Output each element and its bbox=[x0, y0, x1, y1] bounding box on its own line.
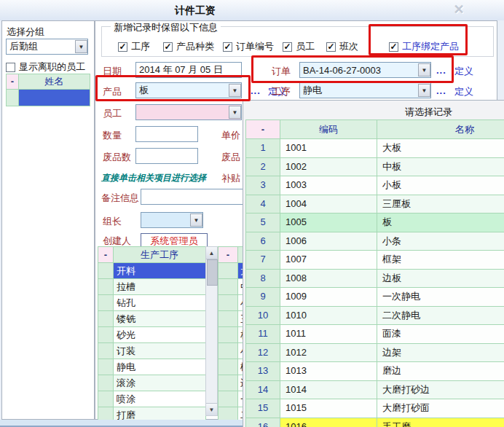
code-cell[interactable]: 1015 bbox=[280, 399, 377, 418]
process-cell[interactable]: 钻孔 bbox=[114, 295, 205, 310]
code-cell[interactable]: 1009 bbox=[280, 288, 377, 306]
picker-row[interactable]: 151015大磨打砂面 bbox=[246, 399, 504, 418]
row-header[interactable] bbox=[7, 90, 19, 106]
name-cell[interactable]: 面漆 bbox=[377, 325, 504, 343]
close-icon[interactable]: ✕ bbox=[450, 1, 468, 17]
name-cell[interactable]: 二次静电 bbox=[377, 307, 504, 325]
process-combo[interactable]: 静电 ▼ bbox=[299, 82, 431, 98]
row-header[interactable] bbox=[98, 391, 114, 407]
row-header[interactable] bbox=[98, 343, 114, 359]
picker-row[interactable]: 101010二次静电 bbox=[246, 307, 504, 326]
table-row[interactable] bbox=[7, 89, 90, 106]
process-row[interactable]: 喷涂 bbox=[98, 391, 205, 407]
chevron-down-icon[interactable]: ▼ bbox=[75, 40, 87, 53]
scroll-up-icon[interactable]: ▲ bbox=[206, 247, 217, 259]
process-row[interactable]: 拉槽 bbox=[98, 279, 205, 295]
scrollbar-thumb[interactable] bbox=[207, 259, 218, 286]
code-cell[interactable]: 1011 bbox=[280, 325, 377, 343]
row-header[interactable] bbox=[218, 359, 238, 375]
code-cell[interactable]: 1005 bbox=[280, 214, 377, 232]
code-cell[interactable]: 1010 bbox=[280, 307, 377, 325]
row-header[interactable] bbox=[98, 263, 114, 278]
code-cell[interactable]: 1006 bbox=[280, 232, 377, 251]
row-header[interactable] bbox=[98, 327, 114, 342]
product-ellipsis-button[interactable]: ... bbox=[251, 85, 261, 96]
name-cell[interactable]: 一次静电 bbox=[377, 288, 504, 306]
name-cell[interactable]: 手工磨 bbox=[377, 418, 504, 427]
row-header[interactable] bbox=[98, 295, 114, 310]
process-row[interactable]: 砂光 bbox=[98, 327, 205, 343]
retain-checkbox-0[interactable]: ✓工序 bbox=[118, 40, 150, 53]
name-cell[interactable]: 框架 bbox=[377, 251, 504, 269]
order-define-link[interactable]: 定义 bbox=[454, 65, 473, 78]
name-column-header[interactable]: 名称 bbox=[377, 120, 504, 138]
process-row[interactable]: 滚涂 bbox=[98, 375, 205, 391]
process-row[interactable]: 开料 bbox=[98, 263, 205, 279]
name-cell[interactable]: 磨边 bbox=[377, 362, 504, 380]
picker-row[interactable]: 111011面漆 bbox=[246, 325, 504, 344]
picker-row[interactable]: 11001大板 bbox=[246, 139, 504, 158]
process-cell[interactable]: 静电 bbox=[114, 359, 205, 375]
code-cell[interactable]: 1008 bbox=[280, 270, 377, 288]
leader-combo[interactable]: ▼ bbox=[141, 212, 203, 228]
picker-row[interactable]: 141014大磨打砂边 bbox=[246, 381, 504, 400]
employee-combo[interactable]: ▼ bbox=[135, 104, 242, 120]
process-cell[interactable]: 开料 bbox=[114, 263, 205, 278]
process-cell[interactable]: 滚涂 bbox=[114, 375, 205, 391]
code-column-header[interactable]: 编码 bbox=[280, 120, 377, 138]
process-cell[interactable]: 订装 bbox=[114, 343, 205, 359]
checkbox-icon[interactable] bbox=[6, 63, 15, 72]
code-cell[interactable]: 1014 bbox=[280, 381, 377, 399]
retain-checkbox-3[interactable]: ✓员工 bbox=[283, 40, 315, 53]
code-cell[interactable]: 1003 bbox=[280, 176, 377, 195]
quantity-input[interactable] bbox=[135, 126, 198, 142]
picker-row[interactable]: 91009一次静电 bbox=[246, 288, 504, 307]
process-row[interactable]: 静电 bbox=[98, 359, 205, 375]
picker-row[interactable]: 61006小条 bbox=[246, 232, 504, 251]
checkbox-icon[interactable]: ✓ bbox=[163, 42, 173, 52]
row-header[interactable] bbox=[218, 295, 238, 310]
process-row[interactable]: 钻孔 bbox=[98, 295, 205, 311]
process-cell[interactable]: 镂铣 bbox=[114, 311, 205, 326]
row-header[interactable] bbox=[218, 343, 238, 359]
picker-row[interactable]: 41004三厘板 bbox=[246, 195, 504, 214]
row-header[interactable] bbox=[98, 359, 114, 375]
process-define-link[interactable]: 定义 bbox=[454, 85, 473, 98]
checkbox-icon[interactable]: ✓ bbox=[223, 42, 232, 52]
checkbox-icon[interactable]: ✓ bbox=[283, 42, 292, 52]
code-cell[interactable]: 1004 bbox=[280, 195, 377, 214]
row-header[interactable] bbox=[218, 279, 238, 294]
name-cell[interactable]: 小板 bbox=[377, 176, 504, 195]
code-cell[interactable]: 1012 bbox=[280, 344, 377, 362]
retain-checkbox-1[interactable]: ✓产品种类 bbox=[163, 40, 214, 53]
row-header[interactable] bbox=[98, 279, 114, 294]
scroll-down-icon[interactable]: ▼ bbox=[206, 403, 217, 415]
row-header[interactable] bbox=[98, 311, 114, 326]
show-resigned-checkbox[interactable]: 显示离职的员工 bbox=[6, 60, 85, 74]
process-scrollbar[interactable]: ▲ ▼ bbox=[205, 246, 218, 416]
group-combo[interactable]: 后勤组 ▼ bbox=[6, 39, 88, 55]
picker-row[interactable]: 121012边架 bbox=[246, 344, 504, 363]
process-ellipsis-button[interactable]: ... bbox=[436, 85, 446, 96]
chevron-down-icon[interactable]: ▼ bbox=[190, 214, 202, 227]
name-cell[interactable]: 中板 bbox=[377, 158, 504, 176]
name-cell[interactable]: 大磨打砂边 bbox=[377, 381, 504, 399]
code-cell[interactable]: 1007 bbox=[280, 251, 377, 269]
picker-row[interactable]: 81008边板 bbox=[246, 270, 504, 289]
picker-row[interactable]: 21002中板 bbox=[246, 158, 504, 177]
retain-checkbox-2[interactable]: ✓订单编号 bbox=[223, 40, 274, 53]
name-cell[interactable]: 边板 bbox=[377, 270, 504, 288]
code-cell[interactable]: 1002 bbox=[280, 158, 377, 176]
row-header[interactable] bbox=[218, 391, 238, 407]
retain-checkbox-4[interactable]: ✓班次 bbox=[326, 40, 358, 53]
row-header[interactable] bbox=[218, 311, 238, 326]
process-row[interactable]: 订装 bbox=[98, 343, 205, 359]
picker-row[interactable]: 71007框架 bbox=[246, 251, 504, 270]
name-cell[interactable]: 三厘板 bbox=[377, 195, 504, 214]
picker-row[interactable]: 131013磨边 bbox=[246, 362, 504, 381]
chevron-down-icon[interactable]: ▼ bbox=[418, 84, 430, 97]
process-cell[interactable]: 拉槽 bbox=[114, 279, 205, 294]
picker-row[interactable]: 161016手工磨 bbox=[246, 418, 504, 427]
name-cell[interactable]: 小条 bbox=[377, 232, 504, 251]
row-header[interactable] bbox=[218, 375, 238, 391]
